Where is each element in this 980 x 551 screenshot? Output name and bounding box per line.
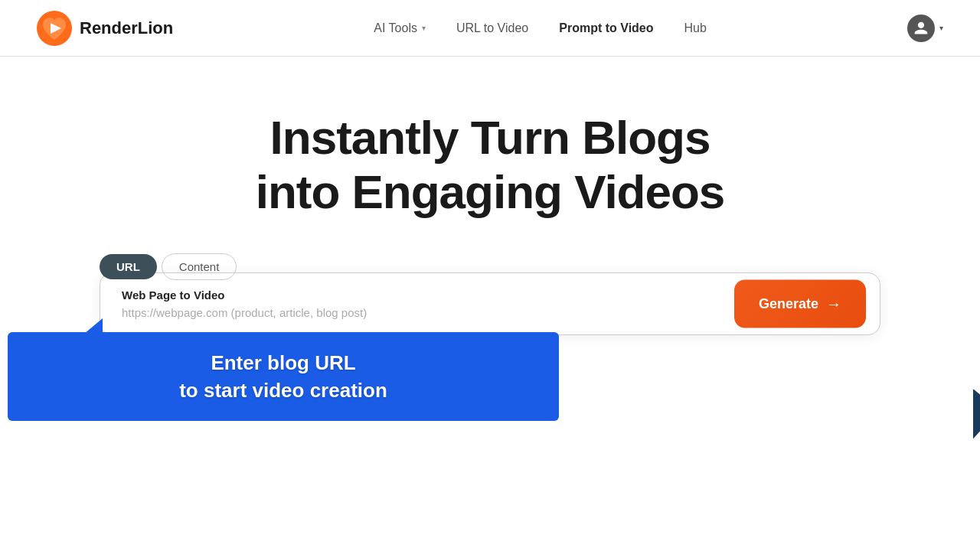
logo[interactable]: RenderLion bbox=[37, 11, 173, 46]
user-icon bbox=[913, 21, 929, 36]
svg-marker-6 bbox=[972, 387, 980, 452]
cursor-decoration bbox=[965, 380, 980, 467]
nav-url-to-video[interactable]: URL to Video bbox=[456, 21, 528, 35]
main-nav: AI Tools ▾ URL to Video Prompt to Video … bbox=[374, 21, 707, 35]
user-avatar bbox=[907, 15, 935, 42]
logo-icon bbox=[37, 11, 72, 46]
user-chevron-icon: ▾ bbox=[939, 24, 943, 32]
tabs-row: URL Content bbox=[100, 253, 880, 280]
logo-text: RenderLion bbox=[80, 18, 173, 38]
hero-title: Instantly Turn Blogs into Engaging Video… bbox=[256, 110, 725, 220]
nav-prompt-to-video[interactable]: Prompt to Video bbox=[559, 21, 653, 35]
nav-hub[interactable]: Hub bbox=[684, 21, 707, 35]
search-box: Web Page to Video https://webpage.com (p… bbox=[100, 272, 880, 335]
tab-url[interactable]: URL bbox=[100, 254, 157, 279]
generate-button[interactable]: Generate → bbox=[734, 279, 866, 328]
chevron-down-icon: ▾ bbox=[422, 24, 426, 32]
main-content: Instantly Turn Blogs into Engaging Video… bbox=[0, 57, 980, 421]
nav-ai-tools[interactable]: AI Tools ▾ bbox=[374, 21, 426, 35]
user-menu[interactable]: ▾ bbox=[907, 15, 943, 42]
tooltip-line1: Enter blog URL to start video creation bbox=[38, 349, 528, 405]
tooltip-banner: Enter blog URL to start video creation bbox=[8, 332, 559, 422]
arrow-icon: → bbox=[826, 295, 841, 312]
search-container: URL Content Web Page to Video https://we… bbox=[100, 253, 880, 422]
url-input[interactable]: https://webpage.com (product, article, b… bbox=[122, 306, 742, 319]
search-label: Web Page to Video bbox=[122, 289, 742, 302]
tab-content[interactable]: Content bbox=[162, 253, 237, 280]
